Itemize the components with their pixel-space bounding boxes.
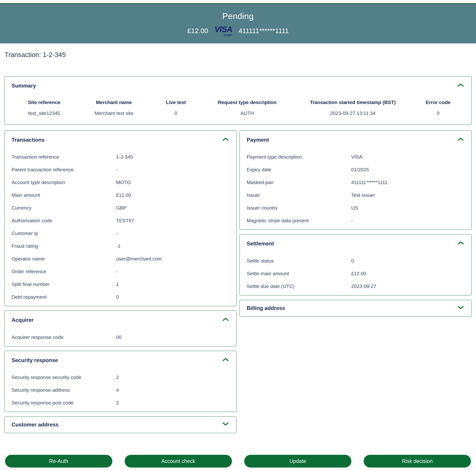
kv-label: Security response address xyxy=(12,387,116,393)
chevron-up-icon xyxy=(222,317,229,321)
summary-column: Live test 0 xyxy=(151,99,201,116)
table-row: Customer ip - xyxy=(12,230,229,236)
visa-credit-label: Credit xyxy=(224,34,232,36)
payment-panel-title: Payment xyxy=(247,137,269,143)
billing-address-expand-toggle[interactable] xyxy=(457,305,464,310)
table-row: Expiry date 01/2025 xyxy=(247,167,464,172)
kv-label: Account type description xyxy=(12,180,116,185)
kv-value: Test Issuer xyxy=(351,192,464,198)
kv-value: 2 xyxy=(116,400,229,406)
table-row: Split final number 1 xyxy=(12,281,229,287)
kv-label: Masked pan xyxy=(247,180,351,185)
table-row: Fraud rating -1 xyxy=(12,243,229,249)
reauth-button[interactable]: Re-Auth xyxy=(5,455,112,468)
column-header: Transaction started timestamp (BST) xyxy=(295,99,410,105)
kv-label: Settle main amount xyxy=(247,271,351,276)
table-row: Issuer country US xyxy=(247,205,464,211)
kv-value: - xyxy=(116,167,229,172)
column-value: 0 xyxy=(413,110,463,116)
summary-collapse-toggle[interactable] xyxy=(457,83,464,88)
acquirer-panel-title: Acquirer xyxy=(12,317,34,323)
kv-value: 0 xyxy=(351,258,464,264)
summary-column: Request type description AUTH xyxy=(201,99,294,116)
table-row: Parent transaction reference - xyxy=(12,167,229,172)
kv-label: Issuer country xyxy=(247,205,351,211)
payment-collapse-toggle[interactable] xyxy=(457,137,464,142)
kv-label: Parent transaction reference xyxy=(12,167,116,172)
risk-decision-button[interactable]: Risk decision xyxy=(364,455,471,468)
chevron-down-icon xyxy=(458,306,464,309)
table-row: Settle status 0 xyxy=(247,258,464,264)
masked-pan: 411111******1111 xyxy=(238,27,289,35)
table-row: Security response post code 2 xyxy=(12,400,229,406)
kv-value: 0 xyxy=(116,294,229,300)
transaction-status: Pending xyxy=(222,11,254,21)
table-row: Security response address 4 xyxy=(12,387,229,393)
kv-label: Transaction reference xyxy=(12,154,116,160)
kv-label: Acquirer response code xyxy=(12,334,116,340)
kv-label: Operator name xyxy=(12,256,116,262)
header-band: Pending £12.00 VISA Credit 411111******1… xyxy=(0,4,476,43)
summary-column: Transaction started timestamp (BST) 2023… xyxy=(294,99,412,116)
kv-label: Security response security code xyxy=(12,374,116,380)
kv-value: 1-2-345 xyxy=(116,154,229,160)
kv-label: Settle status xyxy=(247,258,351,264)
transactions-collapse-toggle[interactable] xyxy=(222,137,229,142)
settlement-collapse-toggle[interactable] xyxy=(457,240,464,245)
kv-value: - xyxy=(351,218,464,223)
table-row: Payment type description VISA xyxy=(247,154,464,160)
summary-column: Merchant name Merchant test site xyxy=(77,99,151,116)
customer-address-header[interactable]: Customer address xyxy=(12,421,229,428)
settlement-panel: Settlement Settle status 0 Settle main a… xyxy=(239,234,472,295)
kv-label: Fraud rating xyxy=(12,243,116,249)
column-header: Live test xyxy=(153,99,199,105)
acquirer-collapse-toggle[interactable] xyxy=(222,317,229,322)
action-bar: Re-Auth Account check Update Risk decisi… xyxy=(5,455,471,468)
kv-value: 2023-09-27 xyxy=(351,283,464,289)
payment-panel: Payment Payment type description VISA Ex… xyxy=(239,130,472,230)
kv-value: - xyxy=(116,230,229,236)
acquirer-panel: Acquirer Acquirer response code 00 xyxy=(4,310,237,346)
kv-label: Magnetic stripe data present xyxy=(247,218,351,223)
table-row: Account type description MOTO xyxy=(12,180,229,185)
table-row: Operator name user@merchant.com xyxy=(12,256,229,262)
kv-value: -1 xyxy=(116,243,229,249)
security-collapse-toggle[interactable] xyxy=(222,357,229,362)
settlement-panel-title: Settlement xyxy=(247,240,274,247)
table-row: Authorisation code TEST67 xyxy=(12,218,229,223)
column-value: AUTH xyxy=(202,110,292,116)
kv-value: GBP xyxy=(116,205,229,211)
kv-value: MOTO xyxy=(116,180,229,185)
kv-label: Split final number xyxy=(12,281,116,287)
kv-value: £12.00 xyxy=(351,271,464,276)
kv-label: Expiry date xyxy=(247,167,351,172)
kv-label: Authorisation code xyxy=(12,218,116,223)
kv-value: - xyxy=(116,269,229,274)
update-button[interactable]: Update xyxy=(244,455,352,468)
main-content: Transactions Transaction reference 1-2-3… xyxy=(4,130,472,433)
kv-value: 4 xyxy=(116,387,229,393)
page-title: Transaction: 1-2-345 xyxy=(5,51,476,59)
right-column: Payment Payment type description VISA Ex… xyxy=(239,130,472,317)
kv-label: Payment type description xyxy=(247,154,351,160)
visa-logo: VISA Credit xyxy=(214,25,232,36)
column-header: Site reference xyxy=(13,99,75,105)
kv-label: Settle due date (UTC) xyxy=(247,283,351,289)
table-row: Currency GBP xyxy=(12,205,229,211)
table-row: Settle main amount £12.00 xyxy=(247,271,464,276)
column-value: Merchant test site xyxy=(78,110,150,116)
chevron-up-icon xyxy=(458,83,464,87)
amount-label: £12.00 xyxy=(187,27,208,35)
billing-address-header[interactable]: Billing address xyxy=(247,305,464,311)
chevron-up-icon xyxy=(222,137,229,141)
billing-address-panel: Billing address xyxy=(239,300,472,317)
column-value: test_site12345 xyxy=(13,110,75,116)
account-check-button[interactable]: Account check xyxy=(125,455,232,468)
kv-value: VISA xyxy=(351,154,464,160)
table-row: Magnetic stripe data present - xyxy=(247,218,464,223)
kv-value: TEST67 xyxy=(116,218,229,223)
summary-grid: Site reference test_site12345 Merchant n… xyxy=(12,99,464,116)
table-row: Main amount £12.00 xyxy=(12,192,229,198)
customer-address-expand-toggle[interactable] xyxy=(222,421,229,426)
kv-label: Currency xyxy=(12,205,116,211)
